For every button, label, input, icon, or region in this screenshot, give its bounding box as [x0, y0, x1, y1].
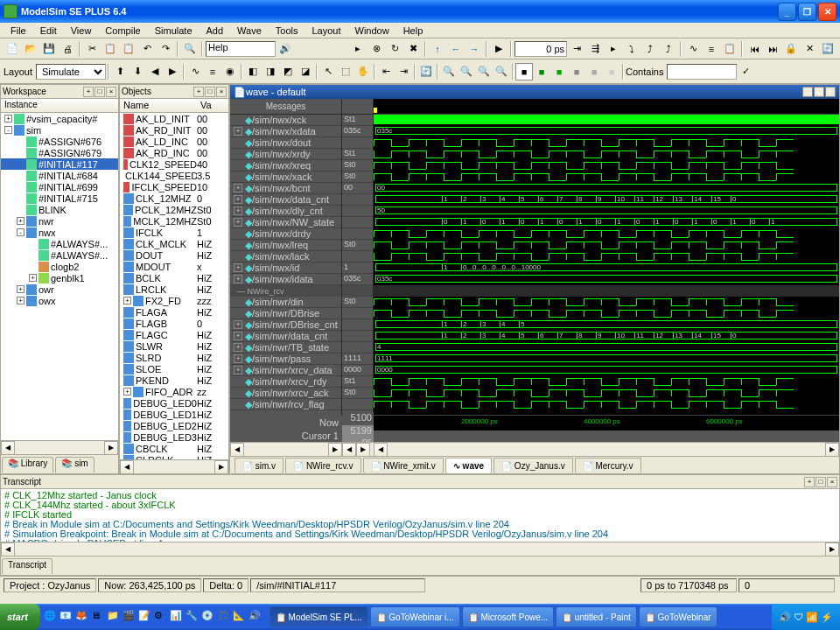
quick-launch-icon[interactable]: 🦊 — [75, 610, 89, 624]
wave-signal-values[interactable]: St1035cSt1St0St000St01035cSt011110000St1… — [342, 99, 374, 416]
tree-item[interactable]: #ALWAYS#... — [1, 238, 118, 249]
tree-toggle-icon[interactable]: + — [17, 285, 24, 293]
wave-signal-track[interactable] — [374, 172, 839, 183]
wave-signal-name[interactable]: +◆ /sim/nwr/data_cnt — [230, 331, 341, 342]
wave-signal-track[interactable]: 00 — [374, 183, 839, 194]
menu-edit[interactable]: Edit — [33, 24, 64, 37]
taskbar-task[interactable]: 📋 GoToWebinar — [639, 606, 718, 627]
wave-signal-track[interactable]: 035c — [374, 126, 839, 137]
panel-close-button[interactable]: × — [216, 87, 227, 97]
tree-item[interactable]: #INITIAL#699 — [1, 181, 118, 192]
tray-icon[interactable]: 🔊 — [779, 612, 791, 623]
wave-signal-track[interactable]: 010101010101010101 — [374, 217, 839, 228]
zoom-out-button[interactable]: 🔍 — [458, 63, 475, 80]
edge-prev-button[interactable]: ⇤ — [377, 63, 395, 80]
new-button[interactable]: 📄 — [4, 40, 21, 58]
wave-signal-name[interactable]: ◆ /sim/nwx/lreq — [230, 240, 341, 251]
cursor-del-button[interactable]: ✕ — [801, 40, 818, 58]
wave-signal-track[interactable] — [374, 308, 839, 319]
wave-signal-name[interactable]: ◆ /sim/nwr/din — [230, 297, 341, 308]
cut-button[interactable]: ✂ — [83, 40, 101, 58]
object-row[interactable]: IFCLK1 — [120, 227, 228, 238]
close-button[interactable]: ✕ — [818, 3, 836, 21]
zoom-cursor-button[interactable]: 🔍 — [493, 63, 510, 80]
scroll-left-button[interactable]: ◀ — [1, 542, 15, 556]
wave-signal-track[interactable] — [374, 137, 839, 149]
start-button[interactable]: start — [0, 604, 40, 630]
mode-a-button[interactable]: ■ — [515, 63, 533, 80]
object-row[interactable]: FLAGB0 — [120, 318, 228, 329]
object-row[interactable]: CLK12_SPEED40 — [120, 158, 228, 170]
menu-tools[interactable]: Tools — [269, 24, 305, 37]
tree-item[interactable]: #ASSIGN#676 — [1, 136, 118, 147]
quick-launch-icon[interactable]: 📊 — [170, 610, 184, 624]
nav-down-button[interactable]: ⬇ — [129, 63, 146, 80]
expand-icon[interactable]: + — [234, 343, 242, 352]
quick-launch-icon[interactable]: 📝 — [138, 610, 152, 624]
wave-signal-track[interactable] — [374, 376, 839, 388]
wave-signal-name[interactable]: +◆ /sim/nwx/xdata — [230, 126, 341, 137]
tree-item[interactable]: BLINK — [1, 204, 118, 215]
step-button[interactable]: ⤵ — [623, 40, 640, 58]
transcript-tab[interactable]: Transcript — [2, 558, 52, 574]
undo-button[interactable]: ↶ — [138, 40, 156, 58]
mode-f-button[interactable]: ■ — [603, 63, 620, 80]
workspace-tab-library[interactable]: 📚 Library — [2, 457, 53, 472]
wave-signal-track[interactable]: 1234567891011121314150 — [374, 331, 839, 342]
mode-e-button[interactable]: ■ — [585, 63, 603, 80]
list-tool-button[interactable]: ≡ — [703, 40, 720, 58]
contains-go-button[interactable]: ✓ — [737, 63, 754, 80]
file-tab[interactable]: 📄 Mercury.v — [575, 458, 641, 473]
cursor-next-button[interactable]: ⏭ — [764, 40, 781, 58]
menu-compile[interactable]: Compile — [98, 24, 147, 37]
object-row[interactable]: AK_RD_INC00 — [120, 147, 228, 158]
run-length-button[interactable]: ⇥ — [568, 40, 585, 58]
wave-signal-track[interactable]: 4 — [374, 342, 839, 354]
wave-cursor-label[interactable]: Cursor 1 — [230, 430, 342, 441]
panel-max-button[interactable]: □ — [816, 477, 826, 487]
zoom-in-button[interactable]: 🔍 — [440, 63, 458, 80]
object-row[interactable]: PKENDHiZ — [120, 374, 228, 386]
wave-signal-track[interactable]: 0000 — [374, 365, 839, 376]
menu-help[interactable]: Help — [396, 24, 430, 37]
object-row[interactable]: MDOUTx — [120, 261, 228, 272]
scroll-track[interactable] — [134, 460, 214, 473]
mode-c-button[interactable]: ■ — [550, 63, 568, 80]
scroll-left-button[interactable]: ◀ — [230, 443, 244, 457]
panel-pin-button[interactable]: + — [83, 87, 94, 97]
tree-item[interactable]: +owx — [1, 295, 118, 306]
workspace-tab-sim[interactable]: 📚 sim — [55, 457, 94, 472]
nav-prev-button[interactable]: ◀ — [146, 63, 164, 80]
objects-name-header[interactable]: Name — [123, 100, 200, 111]
tree-toggle-icon[interactable]: + — [29, 274, 37, 282]
wave-signal-track[interactable] — [374, 251, 839, 262]
object-row[interactable]: SLRDHiZ — [120, 352, 228, 363]
object-row[interactable]: AK_LD_INC00 — [120, 136, 228, 147]
file-tab[interactable]: 📄 Ozy_Janus.v — [494, 458, 573, 473]
object-row[interactable]: DEBUG_LED3HiZ — [120, 431, 228, 443]
tree-toggle-icon[interactable]: + — [17, 297, 24, 304]
quick-launch-icon[interactable]: 🌐 — [44, 610, 58, 624]
wave-signal-name[interactable]: +◆ /sim/nwx/id — [230, 262, 341, 274]
time-input[interactable] — [514, 41, 567, 57]
scroll-track[interactable] — [15, 441, 104, 454]
wave-signal-canvas[interactable]: 035c001234567891011121314150500101010101… — [374, 99, 839, 416]
copy-button[interactable]: 📋 — [102, 40, 119, 58]
redo-button[interactable]: ↷ — [157, 40, 174, 58]
quick-launch-icon[interactable]: 📁 — [107, 610, 121, 624]
expand-icon[interactable]: + — [234, 184, 242, 192]
add-log-button[interactable]: ◉ — [221, 63, 239, 80]
expand-icon[interactable]: + — [234, 195, 242, 204]
wave-tool-button[interactable]: ∿ — [684, 40, 702, 58]
zoom-full-button[interactable]: 🔍 — [475, 63, 493, 80]
tool-a-button[interactable]: ◧ — [244, 63, 262, 80]
quick-launch-icon[interactable]: 🖥 — [91, 610, 105, 624]
zoom-tool-button[interactable]: ⬚ — [337, 63, 354, 80]
tool-c-button[interactable]: ◩ — [279, 63, 297, 80]
panel-max-button[interactable]: □ — [205, 87, 215, 97]
expand-icon[interactable]: + — [234, 366, 242, 374]
wave-signal-name[interactable]: ◆ /sim/nwx/xrdy — [230, 149, 341, 160]
wave-signal-track[interactable]: 1111 — [374, 354, 839, 365]
wave-signal-name[interactable]: +◆ /sim/nwx/idata — [230, 274, 341, 285]
wave-signal-name[interactable]: ◆ /sim/nwr/rcv_flag — [230, 399, 341, 410]
